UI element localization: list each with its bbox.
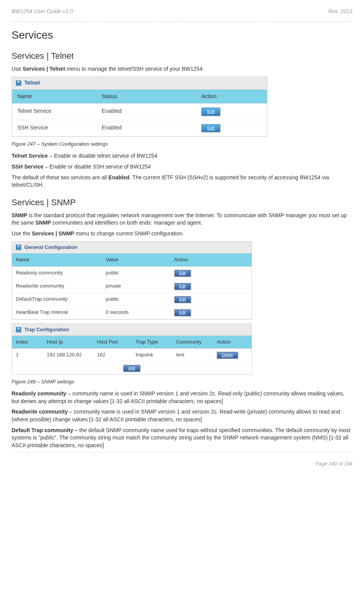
page-title: Services <box>12 27 352 43</box>
text: The default of these two services are al… <box>12 174 109 181</box>
trap-panel-header: Trap Configuration <box>12 324 252 336</box>
cell-name: SSH Service <box>12 120 96 136</box>
divider <box>12 21 352 22</box>
telnet-header-row: Name Status Action <box>12 90 267 104</box>
col-header: Action <box>196 90 267 104</box>
col-header: Action <box>213 336 252 348</box>
term: SSH Service <box>12 163 44 170</box>
table-row: SSH Service Enabled Edit <box>12 120 267 136</box>
cell-action: Edit <box>170 293 252 306</box>
desc: – Enable or disable telnet service of BW… <box>48 153 157 159</box>
cell-name: Readwrite community <box>12 280 102 293</box>
text-bold: Enabled <box>109 174 129 181</box>
cell-action: Delete <box>213 349 252 361</box>
table-row: Readwrite community private Edit <box>12 280 252 293</box>
cell-status: Enabled <box>96 120 196 136</box>
cell-action: Edit <box>170 267 252 279</box>
table-row: HeartBeat Trap Interval 0 seconds Edit <box>12 306 252 319</box>
cell-name: HeartBeat Trap Interval <box>12 306 102 319</box>
cell-host-ip: 192.168.120.62 <box>43 349 93 361</box>
text-bold: SNMP <box>35 220 51 226</box>
doc-date: Nov. 2013 <box>328 8 352 15</box>
cell-community: test <box>172 349 213 361</box>
add-button[interactable]: Add <box>123 365 140 372</box>
page-header: BW1254 User Guide v1.0 Nov. 2013 <box>12 8 352 15</box>
paragraph: SSH Service – Enable or disable SSH serv… <box>12 163 352 171</box>
cell-value: 0 seconds <box>102 306 170 319</box>
edit-button[interactable]: Edit <box>174 309 191 316</box>
telnet-screenshot: Telnet Name Status Action Telnet Service… <box>12 77 267 137</box>
divider <box>12 452 352 453</box>
cell-value: public <box>102 267 170 279</box>
snmp-general-screenshot: General Configuration Name Value Action … <box>12 241 252 319</box>
telnet-intro: Use Services | Telnet menu to manage the… <box>12 65 352 73</box>
chevron-down-icon <box>16 245 21 250</box>
page-footer: Page 140 of 184 <box>12 460 352 467</box>
cell-name: Readonly community <box>12 267 102 279</box>
col-header: Trap Type <box>132 336 172 348</box>
cell-trap-type: trapsink <box>132 349 172 361</box>
col-header: Host Port <box>93 336 132 348</box>
col-header: Name <box>12 254 102 266</box>
general-panel-header: General Configuration <box>12 242 252 254</box>
term: Readonly community <box>12 390 66 397</box>
snmp-intro2: Use the Services | SNMP menu to change c… <box>12 230 352 238</box>
text: menu to manage the telnet/SSH service of… <box>65 66 204 72</box>
section-title-telnet: Services | Telnet <box>12 50 352 62</box>
trap-header-row: Index Host Ip Host Port Trap Type Commun… <box>12 336 252 349</box>
figure-caption: Figure 247 – System Configuration settin… <box>12 141 352 148</box>
cell-action: Edit <box>170 280 252 293</box>
text: communities and identifiers on both ends… <box>51 220 202 226</box>
col-header: Name <box>12 90 96 104</box>
panel-title: Telnet <box>24 79 40 87</box>
edit-button[interactable]: Edit <box>201 107 220 116</box>
col-header: Action <box>170 254 252 266</box>
table-row: 1 192.168.120.62 162 trapsink test Delet… <box>12 349 252 362</box>
paragraph: The default of these two services are al… <box>12 174 352 189</box>
chevron-down-icon <box>16 327 21 332</box>
doc-title: BW1254 User Guide v1.0 <box>12 8 73 15</box>
cell-action: Edit <box>196 120 267 136</box>
section-title-snmp: Services | SNMP <box>12 197 352 209</box>
edit-button[interactable]: Edit <box>174 270 191 277</box>
chevron-down-icon <box>16 80 21 86</box>
cell-index: 1 <box>12 349 43 361</box>
text-bold: Services | SNMP <box>32 230 74 237</box>
term: Default Trap community – <box>12 427 78 433</box>
delete-button[interactable]: Delete <box>217 352 238 359</box>
gen-header-row: Name Value Action <box>12 254 252 266</box>
col-header: Index <box>12 336 43 348</box>
paragraph: Default Trap community – the default SNM… <box>12 427 352 450</box>
col-header: Host Ip <box>43 336 93 348</box>
add-row: Add <box>12 362 252 374</box>
col-header: Value <box>102 254 170 266</box>
panel-title: General Configuration <box>24 244 77 251</box>
term: Telnet Service <box>12 153 48 159</box>
table-row: Telnet Service Enabled Edit <box>12 104 267 120</box>
table-row: DefaultTrap community public Edit <box>12 293 252 306</box>
edit-button[interactable]: Edit <box>174 296 191 303</box>
figure-caption: Figure 248 – SNMP settings <box>12 378 352 385</box>
cell-action: Edit <box>170 306 252 319</box>
cell-name: DefaultTrap community <box>12 293 102 306</box>
cell-host-port: 162 <box>93 349 132 361</box>
edit-button[interactable]: Edit <box>201 124 220 132</box>
paragraph: Readwrite community – community name is … <box>12 408 352 423</box>
snmp-intro1: SNMP is the standard protocol that regul… <box>12 212 352 227</box>
snmp-trap-screenshot: Trap Configuration Index Host Ip Host Po… <box>12 324 252 375</box>
text-bold: SNMP <box>12 212 27 218</box>
cell-value: public <box>102 293 170 306</box>
table-row: Readonly community public Edit <box>12 267 252 280</box>
col-header: Status <box>96 90 196 104</box>
panel-title: Trap Configuration <box>24 326 69 333</box>
cell-action: Edit <box>196 104 267 119</box>
paragraph: Telnet Service – Enable or disable telne… <box>12 152 352 160</box>
desc: – Enable or disable SSH service of BW125… <box>44 163 151 170</box>
cell-status: Enabled <box>96 104 196 119</box>
text-bold: Services | Telnet <box>23 66 65 72</box>
cell-value: private <box>102 280 170 293</box>
edit-button[interactable]: Edit <box>174 283 191 290</box>
text: Use the <box>12 230 32 237</box>
paragraph: Readonly community – community name is u… <box>12 390 352 405</box>
cell-name: Telnet Service <box>12 104 96 119</box>
